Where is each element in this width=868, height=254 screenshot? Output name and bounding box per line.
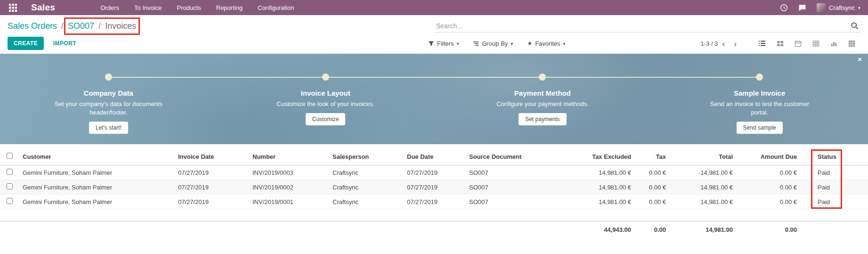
menu-orders[interactable]: Orders	[100, 4, 119, 11]
empty-row	[0, 209, 868, 221]
pivot-view-icon[interactable]	[807, 37, 825, 49]
set-payments-button[interactable]: Set payments	[519, 113, 566, 125]
total-amount-due: 0.00	[737, 221, 801, 238]
step-title: Sample Invoice	[651, 89, 868, 97]
cell-invoice-date: 07/27/2019	[174, 195, 249, 209]
header-total[interactable]: Total	[670, 148, 737, 165]
search-input[interactable]	[436, 22, 851, 30]
cell-source-document: SO007	[465, 195, 552, 209]
table-row[interactable]: Gemini Furniture, Soham Palmer 07/27/201…	[0, 195, 868, 209]
step-title: Payment Method	[434, 89, 651, 97]
cell-tax-excluded: 14,981.00 €	[552, 165, 635, 180]
pager: 1-3 / 3 ‹ ›	[700, 39, 741, 48]
step-description: Set your company's data for documents he…	[53, 100, 164, 117]
create-button[interactable]: CREATE	[8, 37, 44, 50]
onboarding-step-company-data: Company Data Set your company's data for…	[0, 74, 217, 144]
cell-salesperson: Craftsync	[329, 180, 403, 195]
sales-invoices-page: Sales Orders To Invoice Products Reporti…	[0, 0, 868, 254]
header-invoice-date[interactable]: Invoice Date	[174, 148, 249, 165]
row-checkbox[interactable]	[7, 198, 13, 204]
header-number[interactable]: Number	[249, 148, 329, 165]
header-customer[interactable]: Customer	[19, 148, 174, 165]
cell-invoice-date: 07/27/2019	[174, 180, 249, 195]
activities-clock-icon[interactable]	[780, 4, 788, 12]
pager-previous-icon[interactable]: ‹	[718, 39, 729, 48]
totals-row: 44,943.00 0.00 14,981.00 0.00	[0, 221, 868, 238]
user-menu[interactable]: Craftsync ▾	[817, 3, 860, 12]
apps-menu-icon[interactable]	[8, 2, 18, 13]
app-title[interactable]: Sales	[31, 2, 55, 13]
step-description: Configure your payment methods.	[479, 100, 606, 108]
menu-configuration[interactable]: Configuration	[258, 4, 294, 11]
header-source-document[interactable]: Source Document	[465, 148, 552, 165]
kanban-view-icon[interactable]	[771, 37, 789, 49]
import-button[interactable]: IMPORT	[53, 40, 76, 47]
cell-tax-excluded: 14,981.00 €	[552, 180, 635, 195]
graph-view-icon[interactable]	[825, 37, 843, 49]
cell-total: 14,981.00 €	[670, 180, 737, 195]
cell-status: Paid	[801, 180, 868, 195]
table-row[interactable]: Gemini Furniture, Soham Palmer 07/27/201…	[0, 180, 868, 195]
step-dot-icon	[105, 74, 112, 81]
star-icon: ★	[527, 40, 532, 47]
cell-invoice-date: 07/27/2019	[174, 165, 249, 180]
step-dot-icon	[322, 74, 329, 81]
onboarding-steps: Company Data Set your company's data for…	[0, 54, 868, 144]
chevron-down-icon: ▾	[563, 41, 566, 46]
onboarding-step-sample-invoice: Sample Invoice Send an invoice to test t…	[651, 74, 868, 144]
header-salesperson[interactable]: Salesperson	[329, 148, 403, 165]
messages-chat-icon[interactable]	[798, 4, 806, 12]
step-description: Send an invoice to test the customer por…	[704, 100, 815, 117]
customize-button[interactable]: Customize	[306, 113, 346, 125]
filters-dropdown[interactable]: Filters ▾	[428, 40, 459, 47]
step-description: Customize the look of your invoices.	[262, 100, 389, 108]
control-panel: CREATE IMPORT Filters ▾ Group By ▾	[0, 36, 868, 54]
cell-number: INV/2019/0003	[249, 165, 329, 180]
cell-source-document: SO007	[465, 180, 552, 195]
menu-reporting[interactable]: Reporting	[216, 4, 243, 11]
cell-tax: 0.00 €	[635, 165, 670, 180]
cell-customer: Gemini Furniture, Soham Palmer	[19, 165, 174, 180]
onboarding-step-invoice-layout: Invoice Layout Customize the look of you…	[217, 74, 434, 144]
step-title: Company Data	[0, 89, 217, 97]
group-by-icon	[473, 41, 479, 47]
cell-due-date: 07/27/2019	[403, 195, 465, 209]
menu-to-invoice[interactable]: To Invoice	[134, 4, 162, 11]
select-all-checkbox[interactable]	[7, 153, 13, 159]
cell-amount-due: 0.00 €	[737, 180, 801, 195]
favorites-dropdown[interactable]: ★ Favorites ▾	[527, 40, 565, 47]
search-bar	[434, 19, 860, 33]
header-tax[interactable]: Tax	[635, 148, 670, 165]
cell-number: INV/2019/0002	[249, 180, 329, 195]
cell-customer: Gemini Furniture, Soham Palmer	[19, 195, 174, 209]
chevron-down-icon: ▾	[456, 41, 459, 46]
cell-tax: 0.00 €	[635, 180, 670, 195]
breadcrumb-so007[interactable]: SO007	[68, 21, 94, 31]
group-by-dropdown[interactable]: Group By ▾	[473, 40, 513, 47]
header-status[interactable]: Status	[801, 148, 868, 165]
pager-next-icon[interactable]: ›	[730, 39, 741, 48]
lets-start-button[interactable]: Let's start!	[89, 122, 128, 134]
cell-due-date: 07/27/2019	[403, 165, 465, 180]
pager-range: 1-3 / 3	[700, 40, 718, 47]
breadcrumb-separator: /	[98, 21, 101, 31]
search-icon[interactable]	[851, 22, 859, 30]
row-checkbox[interactable]	[7, 169, 13, 175]
calendar-view-icon[interactable]	[789, 37, 807, 49]
header-tax-excluded[interactable]: Tax Excluded	[552, 148, 635, 165]
table-row[interactable]: Gemini Furniture, Soham Palmer 07/27/201…	[0, 165, 868, 180]
header-amount-due[interactable]: Amount Due	[737, 148, 801, 165]
send-sample-button[interactable]: Send sample	[737, 122, 783, 134]
view-switcher	[753, 37, 860, 49]
grid-view-icon[interactable]	[843, 37, 860, 49]
total-tax-excluded: 44,943.00	[552, 221, 635, 238]
header-due-date[interactable]: Due Date	[403, 148, 465, 165]
menu-products[interactable]: Products	[177, 4, 201, 11]
breadcrumb-sales-orders[interactable]: Sales Orders	[8, 21, 57, 31]
cell-status: Paid	[801, 195, 868, 209]
search-facets-bar: Filters ▾ Group By ▾ ★ Favorites ▾ 1-3 /…	[428, 37, 860, 49]
systray: Craftsync ▾	[780, 3, 860, 12]
list-view-icon[interactable]	[753, 37, 771, 49]
filters-label: Filters	[437, 40, 454, 47]
row-checkbox[interactable]	[7, 183, 13, 189]
